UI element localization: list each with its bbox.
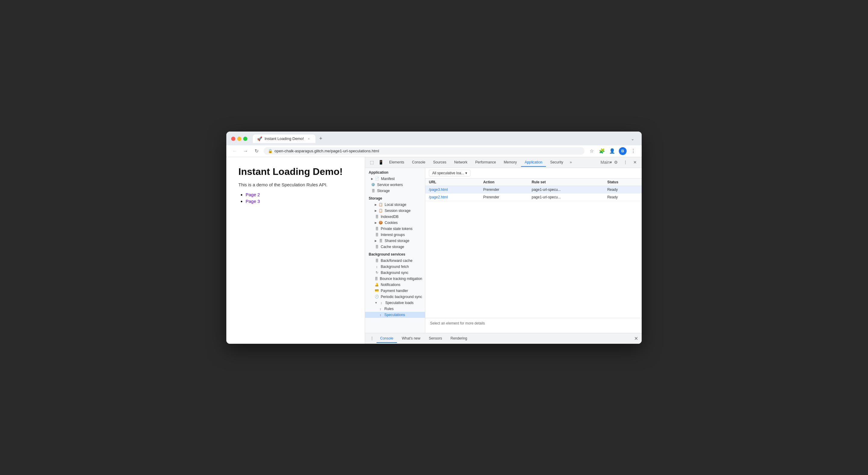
tab-overflow-button[interactable]: » bbox=[567, 158, 574, 166]
new-tab-button[interactable]: + bbox=[317, 135, 325, 143]
cell-status: Ready bbox=[604, 193, 642, 201]
context-selector[interactable]: Main ▾ bbox=[602, 158, 610, 167]
minimize-traffic-light[interactable] bbox=[237, 137, 241, 141]
notifications-icon: 🔔 bbox=[375, 283, 379, 287]
sidebar-item-payment-handler[interactable]: 💳 Payment handler bbox=[365, 288, 425, 294]
sidebar-item-interest-groups[interactable]: 🗄 Interest groups bbox=[365, 232, 425, 238]
inspect-element-icon[interactable]: ⬚ bbox=[368, 158, 376, 167]
sidebar-item-background-sync[interactable]: ↻ Background sync bbox=[365, 270, 425, 276]
tab-application[interactable]: Application bbox=[521, 158, 546, 167]
speculations-icon: ↕ bbox=[378, 313, 382, 317]
sidebar-item-interest-groups-label: Interest groups bbox=[381, 233, 405, 237]
console-close-button[interactable]: ✕ bbox=[634, 336, 638, 342]
tab-console[interactable]: Console bbox=[408, 158, 429, 167]
tab-security[interactable]: Security bbox=[547, 158, 567, 167]
reload-button[interactable]: ↻ bbox=[253, 148, 260, 155]
background-fetch-icon: ↕ bbox=[375, 265, 379, 268]
title-bar-right: ⌄ bbox=[628, 135, 637, 143]
rules-icon: ↕ bbox=[378, 307, 382, 310]
sidebar-item-bounce-tracking-label: Bounce tracking mitigation bbox=[380, 277, 422, 281]
page3-link[interactable]: Page 3 bbox=[246, 199, 260, 204]
address-input[interactable]: 🔒 open-chalk-asparagus.glitch.me/page1-u… bbox=[264, 147, 585, 155]
sidebar-item-session-storage[interactable]: ▶ 📋 Session storage bbox=[365, 208, 425, 214]
tab-close-button[interactable]: × bbox=[306, 136, 311, 141]
active-tab[interactable]: 🚀 Instant Loading Demo! × bbox=[253, 135, 315, 143]
cache-storage-icon: 🗄 bbox=[375, 245, 379, 249]
tab-memory[interactable]: Memory bbox=[500, 158, 520, 167]
tab-network[interactable]: Network bbox=[451, 158, 471, 167]
address-bar: ← → ↻ 🔒 open-chalk-asparagus.glitch.me/p… bbox=[226, 145, 642, 157]
devtools-main-panel: All speculative loa... ▾ URL Action Rule… bbox=[425, 168, 642, 333]
session-storage-arrow-icon: ▶ bbox=[375, 209, 377, 212]
periodic-background-sync-icon: 🕐 bbox=[375, 295, 379, 299]
manifest-arrow-icon: ▶ bbox=[371, 177, 373, 180]
local-storage-icon: 📋 bbox=[379, 203, 383, 207]
sidebar-item-notifications[interactable]: 🔔 Notifications bbox=[365, 282, 425, 288]
page2-link[interactable]: Page 2 bbox=[246, 192, 260, 197]
close-traffic-light[interactable] bbox=[231, 137, 235, 141]
sidebar-item-cache-storage-label: Cache storage bbox=[381, 245, 404, 249]
service-workers-icon: ⚙️ bbox=[371, 183, 375, 187]
console-tab-console[interactable]: Console bbox=[376, 334, 397, 343]
window-menu-button[interactable]: ⌄ bbox=[628, 135, 637, 143]
console-tab-whats-new[interactable]: What's new bbox=[398, 334, 424, 343]
menu-icon[interactable]: ⋮ bbox=[630, 148, 637, 155]
sidebar-item-cache-storage[interactable]: 🗄 Cache storage bbox=[365, 244, 425, 250]
speculative-loads-icon: ↕ bbox=[379, 301, 383, 305]
cell-status: Ready bbox=[604, 186, 642, 193]
sidebar-item-private-state-tokens[interactable]: 🗄 Private state tokens bbox=[365, 226, 425, 232]
page-title: Instant Loading Demo! bbox=[238, 166, 353, 177]
main-content: Instant Loading Demo! This is a demo of … bbox=[226, 157, 642, 344]
devtools-more-icon[interactable]: ⋮ bbox=[621, 158, 630, 167]
background-sync-icon: ↻ bbox=[375, 271, 379, 274]
devtools-close-icon[interactable]: ✕ bbox=[631, 158, 639, 167]
sidebar-item-background-fetch[interactable]: ↕ Background fetch bbox=[365, 264, 425, 270]
bookmark-icon[interactable]: ☆ bbox=[588, 148, 595, 155]
sidebar-item-back-forward-cache-label: Back/forward cache bbox=[381, 259, 412, 263]
filter-dropdown[interactable]: All speculative loa... ▾ bbox=[429, 170, 470, 176]
devtools-toolbar: All speculative loa... ▾ bbox=[425, 168, 642, 178]
sidebar-item-speculations-label: Speculations bbox=[384, 313, 405, 317]
account-icon[interactable]: 👤 bbox=[609, 148, 616, 155]
console-menu-icon[interactable]: ⋮ bbox=[369, 335, 375, 342]
devtools-settings-icon[interactable]: ⚙ bbox=[612, 158, 620, 167]
indexeddb-icon: 🗄 bbox=[375, 215, 379, 218]
sidebar-item-bounce-tracking[interactable]: 🗄 Bounce tracking mitigation bbox=[365, 276, 425, 282]
sidebar-item-service-workers[interactable]: ⚙️ Service workers bbox=[365, 182, 425, 188]
extension-puzzle-icon[interactable]: 🧩 bbox=[598, 148, 606, 155]
tab-sources[interactable]: Sources bbox=[430, 158, 450, 167]
tab-title: Instant Loading Demo! bbox=[265, 136, 304, 141]
sidebar-item-back-forward-cache[interactable]: 🗄 Back/forward cache bbox=[365, 258, 425, 264]
sidebar-item-background-fetch-label: Background fetch bbox=[381, 265, 409, 269]
page-links: Page 2 Page 3 bbox=[238, 192, 353, 204]
table-row[interactable]: /page2.html Prerender page1-url-specu...… bbox=[425, 193, 642, 201]
maximize-traffic-light[interactable] bbox=[243, 137, 247, 141]
sidebar-item-cookies[interactable]: ▶ 🍪 Cookies bbox=[365, 220, 425, 226]
sidebar-item-manifest[interactable]: ▶ 📄 Manifest bbox=[365, 176, 425, 182]
forward-button[interactable]: → bbox=[242, 148, 249, 155]
console-tab-rendering[interactable]: Rendering bbox=[447, 334, 471, 343]
device-toolbar-icon[interactable]: 📱 bbox=[376, 158, 385, 167]
sidebar-item-storage-root[interactable]: 🗄 Storage bbox=[365, 188, 425, 194]
sidebar-item-speculative-loads[interactable]: ▼ ↕ Speculative loads bbox=[365, 300, 425, 306]
table-row[interactable]: /page3.html Prerender page1-url-specu...… bbox=[425, 186, 642, 193]
devtools-table: URL Action Rule set Status /page3.html P… bbox=[425, 178, 642, 318]
interest-groups-icon: 🗄 bbox=[375, 233, 379, 237]
sidebar-item-speculations[interactable]: ↕ Speculations bbox=[365, 312, 425, 318]
sidebar-item-shared-storage[interactable]: ▶ 🗄 Shared storage bbox=[365, 238, 425, 244]
sidebar-item-periodic-background-sync[interactable]: 🕐 Periodic background sync bbox=[365, 294, 425, 300]
cell-rule-set: page1-url-specu... bbox=[528, 186, 603, 193]
private-state-tokens-icon: 🗄 bbox=[375, 227, 379, 231]
security-icon: 🔒 bbox=[268, 149, 273, 153]
cell-url: /page3.html bbox=[425, 186, 479, 193]
console-tab-sensors[interactable]: Sensors bbox=[425, 334, 446, 343]
page-subtitle: This is a demo of the Speculation Rules … bbox=[238, 182, 353, 187]
dropdown-arrow-icon: ▾ bbox=[465, 171, 467, 175]
tab-elements[interactable]: Elements bbox=[385, 158, 408, 167]
sidebar-item-indexeddb[interactable]: 🗄 IndexedDB bbox=[365, 214, 425, 220]
profile-avatar[interactable]: B bbox=[619, 147, 627, 155]
tab-performance[interactable]: Performance bbox=[472, 158, 500, 167]
back-button[interactable]: ← bbox=[231, 148, 238, 155]
sidebar-item-local-storage[interactable]: ▶ 📋 Local storage bbox=[365, 202, 425, 208]
sidebar-item-rules[interactable]: ↕ Rules bbox=[365, 306, 425, 312]
